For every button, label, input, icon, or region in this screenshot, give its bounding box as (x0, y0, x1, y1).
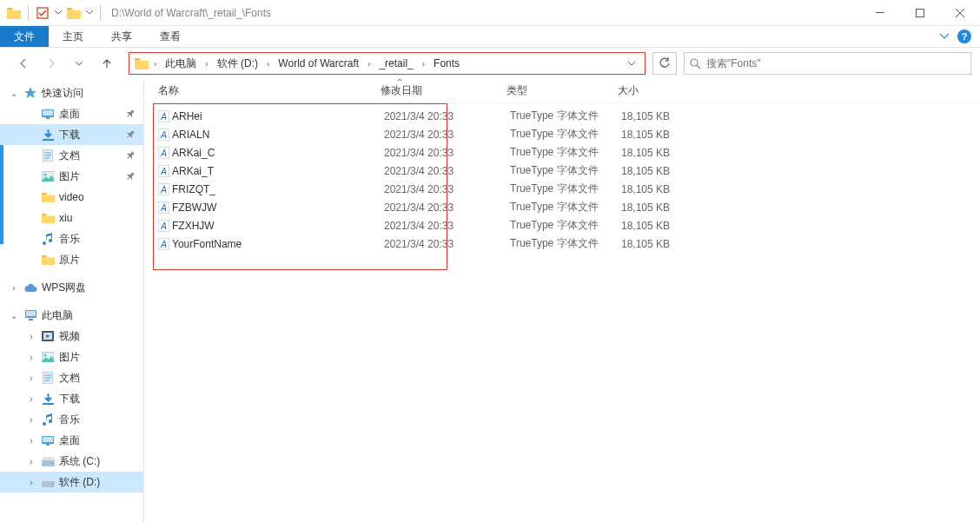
sidebar-item[interactable]: 原片 (0, 249, 143, 270)
close-button[interactable] (940, 0, 980, 26)
sidebar-item-label: xiu (59, 212, 72, 224)
star-icon (23, 87, 38, 99)
quick-access-toolbar (5, 4, 104, 22)
sidebar-thispc[interactable]: ⌄ 此电脑 (0, 305, 143, 326)
sidebar-item-label: 下载 (59, 128, 80, 142)
file-area: ⌃ 名称 修改日期 类型 大小 AARHei2021/3/4 20:33True… (144, 79, 980, 522)
sidebar-quickaccess[interactable]: ⌄ 快速访问 (0, 83, 143, 103)
svg-rect-19 (43, 403, 54, 405)
sidebar-item[interactable]: ›桌面 (0, 430, 143, 451)
search-input[interactable] (706, 57, 965, 69)
svg-rect-7 (43, 139, 54, 141)
file-type: TrueType 字体文件 (510, 127, 621, 142)
chevron-right-icon[interactable]: › (26, 373, 36, 383)
sidebar-item[interactable]: ›下载 (0, 388, 143, 409)
file-type: TrueType 字体文件 (510, 200, 621, 215)
video-icon (40, 331, 56, 341)
chevron-down-icon[interactable]: ⌄ (9, 89, 19, 98)
search-box[interactable] (684, 52, 971, 75)
chevron-down-icon[interactable] (940, 34, 949, 39)
breadcrumb-item[interactable]: 此电脑 (160, 53, 202, 74)
chevron-down-icon[interactable]: ⌄ (9, 311, 19, 320)
window-title: D:\World of Warcraft\_retail_\Fonts (111, 7, 271, 19)
sidebar-item-label: 桌面 (59, 433, 80, 448)
file-type: TrueType 字体文件 (510, 236, 621, 251)
sidebar-item[interactable]: ›系统 (C:) (0, 451, 143, 472)
minimize-button[interactable] (860, 0, 900, 26)
chevron-right-icon[interactable]: › (203, 59, 209, 69)
address-bar[interactable]: › 此电脑 › 软件 (D:) › World of Warcraft › _r… (129, 52, 646, 75)
chevron-right-icon[interactable]: › (26, 332, 36, 341)
folder-icon (40, 254, 56, 265)
forward-button[interactable] (43, 56, 59, 71)
breadcrumb-item[interactable]: 软件 (D:) (212, 53, 263, 74)
column-type[interactable]: 类型 (507, 83, 618, 98)
dropdown-icon[interactable] (84, 4, 95, 22)
chevron-right-icon[interactable]: › (152, 59, 158, 69)
dropdown-icon[interactable] (53, 4, 63, 22)
chevron-right-icon[interactable]: › (265, 59, 271, 69)
folder-icon (40, 213, 56, 223)
tab-home[interactable]: 主页 (49, 26, 97, 47)
chevron-right-icon[interactable]: › (26, 415, 36, 425)
chevron-right-icon[interactable]: › (366, 59, 372, 69)
sidebar-item[interactable]: xiu (0, 208, 143, 228)
svg-point-17 (44, 354, 47, 357)
file-type: TrueType 字体文件 (510, 109, 621, 123)
refresh-button[interactable] (652, 52, 677, 75)
chevron-right-icon[interactable]: › (26, 353, 36, 362)
sidebar-item[interactable]: ›文档 (0, 367, 143, 388)
file-size: 18,105 KB (621, 165, 708, 177)
breadcrumb-item[interactable]: World of Warcraft (273, 53, 364, 74)
folder-icon (65, 4, 83, 22)
sidebar-item[interactable]: 音乐 (0, 228, 143, 249)
recent-dropdown[interactable] (71, 56, 87, 71)
chevron-right-icon[interactable]: › (26, 394, 36, 404)
chevron-right-icon[interactable]: › (26, 436, 36, 446)
sidebar-item[interactable]: ›音乐 (0, 409, 143, 430)
drive-icon (40, 457, 56, 466)
column-name[interactable]: 名称 (155, 83, 381, 98)
chevron-right-icon[interactable]: › (26, 457, 36, 466)
sidebar-item-label: 图片 (59, 169, 80, 184)
up-button[interactable] (99, 56, 115, 71)
sidebar-item[interactable]: 下载 (0, 124, 143, 145)
main-area: ⌄ 快速访问 桌面下载文档图片videoxiu音乐原片 › WPS网盘 ⌄ 此电… (0, 79, 980, 522)
address-row: › 此电脑 › 软件 (D:) › World of Warcraft › _r… (0, 48, 980, 79)
sidebar-item[interactable]: video (0, 187, 143, 208)
doc-icon (40, 372, 56, 384)
drive-icon (40, 478, 56, 487)
sidebar-item[interactable]: 图片 (0, 166, 143, 187)
back-button[interactable] (16, 56, 31, 71)
breadcrumb-item[interactable]: _retail_ (374, 53, 418, 74)
sidebar-item[interactable]: ›图片 (0, 347, 143, 367)
checkbox-icon[interactable] (34, 4, 51, 22)
address-dropdown[interactable] (622, 62, 641, 66)
pin-icon (124, 170, 136, 182)
music-icon (40, 413, 56, 426)
chevron-right-icon[interactable]: › (420, 59, 427, 69)
pin-icon (124, 129, 136, 141)
search-icon (690, 58, 701, 69)
sidebar-wps[interactable]: › WPS网盘 (0, 277, 143, 298)
sidebar-item[interactable]: ›视频 (0, 326, 143, 347)
maximize-button[interactable] (900, 0, 940, 26)
sidebar-item[interactable]: ›软件 (D:) (0, 472, 143, 492)
tab-share[interactable]: 共享 (97, 26, 146, 47)
chevron-right-icon[interactable]: › (26, 478, 36, 487)
sidebar-item[interactable]: 文档 (0, 145, 143, 166)
tab-view[interactable]: 查看 (146, 26, 195, 47)
tab-file[interactable]: 文件 (0, 26, 49, 47)
svg-rect-5 (43, 110, 53, 116)
svg-rect-1 (876, 12, 884, 13)
help-icon[interactable]: ? (957, 30, 971, 43)
chevron-right-icon[interactable]: › (9, 283, 19, 293)
svg-rect-2 (917, 9, 924, 17)
sidebar-item-label: 原片 (59, 253, 80, 268)
svg-point-10 (44, 174, 47, 176)
sidebar-item[interactable]: 桌面 (0, 103, 143, 124)
nav-arrows (9, 56, 122, 71)
folder-icon (5, 4, 23, 22)
breadcrumb-item[interactable]: Fonts (428, 53, 465, 74)
column-size[interactable]: 大小 (618, 83, 705, 98)
